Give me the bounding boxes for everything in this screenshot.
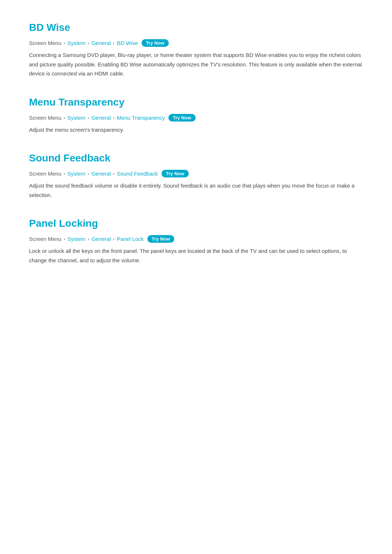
section-panel-locking: Panel LockingScreen Menu›System›General›… — [29, 218, 363, 265]
breadcrumb-separator-icon: › — [113, 40, 114, 46]
breadcrumb-separator-icon: › — [88, 236, 89, 242]
section-menu-transparency: Menu TransparencyScreen Menu›System›Gene… — [29, 97, 363, 135]
breadcrumb-item-sound-feedback[interactable]: Sound Feedback — [117, 171, 158, 177]
breadcrumb-item-panel-lock[interactable]: Panel Lock — [117, 236, 144, 242]
breadcrumb-prefix: Screen Menu — [29, 236, 61, 242]
bd-wise-title: BD Wise — [29, 22, 363, 33]
sound-feedback-title: Sound Feedback — [29, 152, 363, 164]
breadcrumb-item-general[interactable]: General — [91, 236, 111, 242]
breadcrumb-prefix: Screen Menu — [29, 115, 61, 121]
breadcrumb-separator-icon: › — [113, 115, 114, 120]
breadcrumb-separator-icon: › — [113, 171, 114, 176]
sound-feedback-description: Adjust the sound feedback volume or disa… — [29, 181, 363, 200]
breadcrumb-item-menu-transparency[interactable]: Menu Transparency — [117, 115, 165, 121]
breadcrumb-separator-icon: › — [64, 236, 65, 242]
panel-locking-breadcrumb: Screen Menu›System›General›Panel LockTry… — [29, 235, 363, 243]
breadcrumb-separator-icon: › — [88, 40, 89, 46]
panel-locking-description: Lock or unlock all the keys on the front… — [29, 246, 363, 265]
breadcrumb-item-bd-wise[interactable]: BD Wise — [117, 40, 138, 46]
menu-transparency-breadcrumb: Screen Menu›System›General›Menu Transpar… — [29, 114, 363, 122]
menu-transparency-try-now-button[interactable]: Try Now — [168, 114, 196, 122]
breadcrumb-prefix: Screen Menu — [29, 40, 61, 46]
sound-feedback-breadcrumb: Screen Menu›System›General›Sound Feedbac… — [29, 170, 363, 177]
bd-wise-description: Connecting a Samsung DVD player, Blu-ray… — [29, 50, 363, 78]
breadcrumb-prefix: Screen Menu — [29, 171, 61, 177]
breadcrumb-item-system[interactable]: System — [68, 40, 86, 46]
bd-wise-try-now-button[interactable]: Try Now — [142, 39, 169, 47]
breadcrumb-item-general[interactable]: General — [91, 171, 111, 177]
breadcrumb-separator-icon: › — [64, 115, 65, 120]
breadcrumb-item-system[interactable]: System — [68, 171, 86, 177]
panel-locking-try-now-button[interactable]: Try Now — [147, 235, 175, 243]
breadcrumb-item-system[interactable]: System — [68, 236, 86, 242]
breadcrumb-item-system[interactable]: System — [68, 115, 86, 121]
breadcrumb-item-general[interactable]: General — [91, 115, 111, 121]
sound-feedback-try-now-button[interactable]: Try Now — [162, 170, 189, 177]
menu-transparency-title: Menu Transparency — [29, 97, 363, 108]
bd-wise-breadcrumb: Screen Menu›System›General›BD WiseTry No… — [29, 39, 363, 47]
section-bd-wise: BD WiseScreen Menu›System›General›BD Wis… — [29, 22, 363, 78]
section-sound-feedback: Sound FeedbackScreen Menu›System›General… — [29, 152, 363, 200]
page-content: BD WiseScreen Menu›System›General›BD Wis… — [29, 22, 363, 265]
breadcrumb-item-general[interactable]: General — [91, 40, 111, 46]
breadcrumb-separator-icon: › — [88, 115, 89, 120]
breadcrumb-separator-icon: › — [113, 236, 114, 242]
menu-transparency-description: Adjust the menu screen's transparency. — [29, 125, 363, 135]
breadcrumb-separator-icon: › — [64, 40, 65, 46]
breadcrumb-separator-icon: › — [64, 171, 65, 176]
panel-locking-title: Panel Locking — [29, 218, 363, 229]
breadcrumb-separator-icon: › — [88, 171, 89, 176]
